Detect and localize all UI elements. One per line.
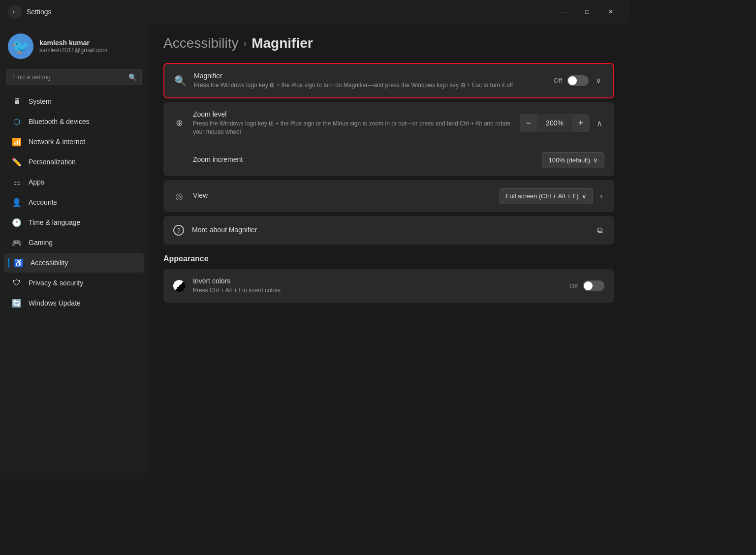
search-icon: 🔍 xyxy=(128,73,137,81)
dropdown-chevron-icon: ∨ xyxy=(593,156,598,164)
magnifier-label: Magnifier xyxy=(194,72,546,80)
minimize-button[interactable]: — xyxy=(552,4,575,20)
avatar-image: 🐦 xyxy=(12,38,30,55)
sidebar-nav: 🖥 System ⬡ Bluetooth & devices 📶 Network… xyxy=(0,91,148,313)
view-row: ◎ View Full screen (Ctrl + Alt + F) ∨ › xyxy=(163,180,614,212)
sidebar-item-windows-update[interactable]: 🔄 Windows Update xyxy=(4,293,144,313)
zoom-increase-button[interactable]: + xyxy=(572,114,590,132)
zoom-level-card: ⊕ Zoom level Press the Windows logo key … xyxy=(163,102,614,177)
sidebar-item-apps[interactable]: ⚏ Apps xyxy=(4,172,144,192)
personalization-icon: ✏️ xyxy=(12,157,22,167)
main-content: Accessibility › Magnifier 🔍 Magnifier Pr… xyxy=(148,24,630,472)
view-value: Full screen (Ctrl + Alt + F) xyxy=(506,192,579,200)
sidebar-item-label: Bluetooth & devices xyxy=(29,118,90,125)
view-icon: ◎ xyxy=(173,190,185,202)
magnifier-card: 🔍 Magnifier Press the Windows logo key ⊞… xyxy=(163,63,614,98)
zoom-increment-row: Zoom increment 100% (default) ∨ xyxy=(163,144,614,176)
bluetooth-icon: ⬡ xyxy=(12,117,22,126)
zoom-icon: ⊕ xyxy=(173,117,185,129)
network-icon: 📶 xyxy=(12,137,22,147)
breadcrumb-separator: › xyxy=(243,38,247,49)
invert-colors-description: Press Ctrl + Alt + I to invert colors xyxy=(193,286,562,295)
magnifier-control: Off ∨ xyxy=(554,74,603,87)
zoom-level-text: Zoom level Press the Windows logo key ⊞ … xyxy=(193,110,512,136)
appearance-card: Invert colors Press Ctrl + Alt + I to in… xyxy=(163,269,614,303)
invert-toggle-thumb xyxy=(584,281,593,290)
magnifier-text: Magnifier Press the Windows logo key ⊞ +… xyxy=(194,72,546,90)
sidebar-item-accounts[interactable]: 👤 Accounts xyxy=(4,192,144,212)
invert-colors-control: Off xyxy=(569,280,604,291)
search-box: 🔍 xyxy=(6,69,142,85)
back-icon: ← xyxy=(11,8,18,16)
close-button[interactable]: ✕ xyxy=(599,4,622,20)
sidebar-item-time[interactable]: 🕐 Time & language xyxy=(4,213,144,232)
sidebar-item-label: Accounts xyxy=(29,198,57,206)
zoom-increment-text: Zoom increment xyxy=(193,155,534,165)
view-expand-button[interactable]: › xyxy=(598,190,604,203)
page-header: Accessibility › Magnifier xyxy=(163,35,614,51)
invert-colors-label: Invert colors xyxy=(193,277,562,285)
sidebar-item-personalization[interactable]: ✏️ Personalization xyxy=(4,152,144,172)
zoom-level-expand-button[interactable]: ∧ xyxy=(595,117,604,130)
zoom-level-row: ⊕ Zoom level Press the Windows logo key … xyxy=(163,102,614,145)
view-card: ◎ View Full screen (Ctrl + Alt + F) ∨ › xyxy=(163,180,614,212)
window-controls: — □ ✕ xyxy=(552,4,622,20)
view-text: View xyxy=(193,191,492,201)
view-label: View xyxy=(193,191,492,199)
sidebar-item-bluetooth[interactable]: ⬡ Bluetooth & devices xyxy=(4,112,144,131)
page-title: Magnifier xyxy=(252,35,313,51)
zoom-level-label: Zoom level xyxy=(193,110,512,118)
back-button[interactable]: ← xyxy=(8,5,22,19)
sidebar-item-privacy[interactable]: 🛡 Privacy & security xyxy=(4,273,144,293)
maximize-button[interactable]: □ xyxy=(576,4,598,20)
more-about-text: More about Magnifier xyxy=(192,226,587,235)
system-icon: 🖥 xyxy=(12,96,22,106)
magnifier-toggle-label: Off xyxy=(554,77,562,84)
more-about-card: ? More about Magnifier ⧉ xyxy=(163,216,614,245)
zoom-value: 200% xyxy=(537,119,572,127)
sidebar-item-system[interactable]: 🖥 System xyxy=(4,92,144,111)
breadcrumb[interactable]: Accessibility xyxy=(163,35,238,51)
magnifier-row: 🔍 Magnifier Press the Windows logo key ⊞… xyxy=(164,64,613,97)
privacy-icon: 🛡 xyxy=(12,278,22,288)
more-about-control: ⧉ xyxy=(595,224,604,237)
invert-toggle-label: Off xyxy=(569,282,578,290)
accounts-icon: 👤 xyxy=(12,197,22,207)
more-about-row: ? More about Magnifier ⧉ xyxy=(163,216,614,245)
sidebar-item-gaming[interactable]: 🎮 Gaming xyxy=(4,233,144,252)
zoom-increment-label: Zoom increment xyxy=(193,155,534,163)
sidebar-item-label: Apps xyxy=(29,178,44,186)
app-title: Settings xyxy=(27,8,52,16)
user-section[interactable]: 🐦 kamlesh kumar kamlesh2011@gmail.com xyxy=(0,28,148,69)
sidebar-item-label: Windows Update xyxy=(29,299,81,307)
sidebar-item-label: Accessibility xyxy=(31,259,68,267)
search-input[interactable] xyxy=(6,69,142,85)
time-icon: 🕐 xyxy=(12,217,22,227)
avatar: 🐦 xyxy=(8,33,33,59)
more-about-label: More about Magnifier xyxy=(192,226,587,234)
magnifier-description: Press the Windows logo key ⊞ + the Plus … xyxy=(194,81,546,90)
user-info: kamlesh kumar kamlesh2011@gmail.com xyxy=(39,39,140,54)
zoom-decrease-button[interactable]: − xyxy=(520,114,537,132)
invert-colors-toggle[interactable] xyxy=(583,280,604,291)
view-dropdown[interactable]: Full screen (Ctrl + Alt + F) ∨ xyxy=(500,188,593,204)
magnifier-toggle[interactable] xyxy=(567,75,589,86)
sidebar-item-label: Privacy & security xyxy=(29,279,83,287)
sidebar-item-label: Personalization xyxy=(29,158,76,166)
zoom-increment-dropdown[interactable]: 100% (default) ∨ xyxy=(542,152,604,168)
zoom-stepper: − 200% + xyxy=(520,114,590,132)
view-dropdown-chevron-icon: ∨ xyxy=(582,192,587,200)
sidebar-item-network[interactable]: 📶 Network & internet xyxy=(4,132,144,152)
zoom-level-description: Press the Windows logo key ⊞ + the Plus … xyxy=(193,120,512,136)
external-link-button[interactable]: ⧉ xyxy=(595,224,604,237)
sidebar-item-label: Gaming xyxy=(29,239,53,247)
apps-icon: ⚏ xyxy=(12,177,22,187)
gaming-icon: 🎮 xyxy=(12,238,22,247)
zoom-level-control: − 200% + ∧ xyxy=(520,114,604,132)
magnifier-icon: 🔍 xyxy=(174,75,186,87)
more-about-icon: ? xyxy=(173,225,184,236)
magnifier-expand-button[interactable]: ∨ xyxy=(594,74,603,87)
invert-colors-row: Invert colors Press Ctrl + Alt + I to in… xyxy=(163,269,614,303)
zoom-increment-icon xyxy=(173,154,185,166)
sidebar-item-accessibility[interactable]: ♿ Accessibility xyxy=(4,253,144,273)
